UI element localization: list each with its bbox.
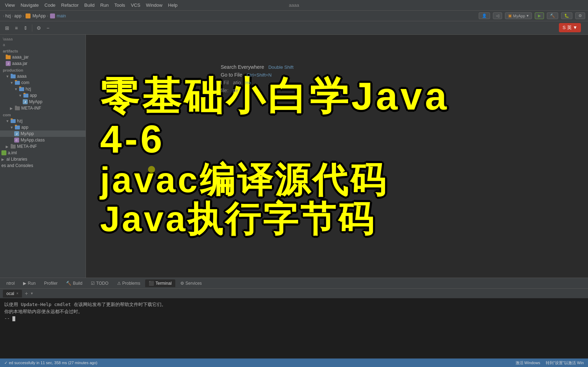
tab-todo[interactable]: ☑ TODO <box>87 279 112 287</box>
tab-services[interactable]: ⚙ Services <box>177 279 205 287</box>
terminal-content[interactable]: 以使用 Update-Help cmdlet 在该网站发布了更新的帮助文件时下载… <box>0 298 588 358</box>
status-right: 激活 Windows 转到"设置"以激活 Win <box>516 360 584 366</box>
menu-help[interactable]: Help <box>166 2 180 9</box>
toolbar-btn-3[interactable]: ⇕ <box>21 24 30 32</box>
menu-bar: View Navigate Code Refactor Build Run To… <box>0 0 588 11</box>
toolbar-settings-icon[interactable]: ⚙ <box>34 24 43 32</box>
activate-windows-text1: 激活 Windows <box>516 360 540 366</box>
java-file2-icon: J <box>14 131 19 136</box>
tab-run[interactable]: ▶ Run <box>20 279 39 287</box>
goto-file-label: Go to File <box>221 72 242 78</box>
local-tab-close[interactable]: × <box>16 291 18 295</box>
tab-run-label: Run <box>28 281 35 286</box>
status-build-text: ed successfully in 11 sec, 358 ms (27 mi… <box>9 361 97 365</box>
run-button[interactable]: ▶ <box>535 12 544 19</box>
terminal-chevron[interactable]: ▾ <box>31 291 33 296</box>
folder-app-icon <box>23 94 28 98</box>
status-build-result: ✓ ed successfully in 11 sec, 358 ms (27 … <box>4 361 97 365</box>
tree-myapp2[interactable]: J MyApp <box>0 130 86 137</box>
folder-icon-aaaa-jar <box>6 55 11 59</box>
tree-aaaa-jar-file-label: aaaa.jar <box>12 61 27 66</box>
bottom-tabs-bar: ntrol ▶ Run Profiler 🔨 Build ☑ TODO ⚠ Pr… <box>0 278 588 288</box>
menu-tools[interactable]: Tools <box>112 2 127 9</box>
term-line-1: 以使用 Update-Help cmdlet 在该网站发布了更新的帮助文件时下载… <box>4 301 584 308</box>
bc-main[interactable]: main <box>57 13 66 18</box>
menu-build[interactable]: Build <box>82 2 97 9</box>
menu-window[interactable]: Window <box>144 2 164 9</box>
menu-code[interactable]: Code <box>42 2 57 9</box>
folder-meta-icon <box>15 106 20 110</box>
bc-hzj[interactable]: hzj <box>5 13 11 18</box>
terminal-sub-tabs: ocal × + ▾ <box>0 288 588 298</box>
iml-file-icon <box>1 150 6 155</box>
tree-app2[interactable]: ▼ app <box>0 124 86 130</box>
main-layout: \aaaa a artifacts aaaa_jar J aaaa.jar pr… <box>0 35 588 278</box>
debug-button[interactable]: 🐛 <box>561 12 572 19</box>
menu-navigate[interactable]: Navigate <box>18 2 41 9</box>
tree-myapp[interactable]: J MyApp <box>0 99 86 105</box>
tree-aaaa-jar-file[interactable]: J aaaa.jar <box>0 60 86 67</box>
tree-aaaa[interactable]: ▼ aaaa <box>0 73 86 79</box>
tab-build[interactable]: 🔨 Build <box>62 279 86 287</box>
overlay-line2: 4-6 <box>100 117 165 160</box>
toolbar-btn-1[interactable]: ⊞ <box>3 24 11 32</box>
java-file-icon: J <box>23 99 28 104</box>
toolbar-minus-icon[interactable]: − <box>44 24 52 32</box>
undo-button[interactable]: ◁ <box>493 12 502 19</box>
search-row3-shortcut[interactable]: Ho <box>245 80 251 85</box>
breadcrumb-sep4: › <box>47 13 48 18</box>
goto-file-shortcut[interactable]: Ctrl+Shift+N <box>247 72 272 78</box>
menu-run[interactable]: Run <box>98 2 111 9</box>
problems-icon: ⚠ <box>117 281 121 286</box>
settings-button[interactable]: ⚙ <box>575 12 585 19</box>
production-label: production <box>0 67 86 73</box>
activate-windows-text2: 转到"设置"以激活 Win <box>546 360 584 366</box>
tree-hzj[interactable]: ▼ hzj <box>0 86 86 92</box>
search-row-4: file: pe <box>221 87 293 94</box>
search-row-1: Search Everywhere Double Shift <box>221 63 293 71</box>
tree-ext-lib[interactable]: ▶ al Libraries <box>0 156 86 162</box>
tab-profiler[interactable]: Profiler <box>40 279 61 287</box>
tab-control[interactable]: ntrol <box>3 279 18 287</box>
tree-a-iml[interactable]: a.iml <box>0 150 86 156</box>
new-terminal-button[interactable]: + <box>23 290 29 297</box>
search-everywhere-shortcut[interactable]: Double Shift <box>268 65 293 70</box>
tree-aaaa-jar-folder[interactable]: aaaa_jar <box>0 54 86 60</box>
profile-button[interactable]: 👤 <box>479 12 490 19</box>
tree-myapp-class-label: MyApp.class <box>21 138 45 143</box>
bc-app[interactable]: app <box>14 13 21 18</box>
overlay-text: 零基础小白学Java 4-6 javac编译源代码 Java执行字节码 <box>86 35 588 278</box>
tree-problems-consoles[interactable]: es and Consoles <box>0 162 86 169</box>
tree-myapp-class[interactable]: C MyApp.class <box>0 137 86 143</box>
tree-meta-inf[interactable]: ▶ META-INF <box>0 105 86 111</box>
toolbar-btn-2[interactable]: ≡ <box>12 24 21 32</box>
bc-main-icon <box>50 13 55 18</box>
bottom-section: ntrol ▶ Run Profiler 🔨 Build ☑ TODO ⚠ Pr… <box>0 278 588 367</box>
menu-view[interactable]: View <box>3 2 17 9</box>
tree-hzj-label: hzj <box>26 87 31 91</box>
tree-hzj2[interactable]: ▼ hzj <box>0 118 86 124</box>
local-tab[interactable]: ocal × <box>3 290 22 298</box>
menu-vcs[interactable]: VCS <box>129 2 143 9</box>
editor-area: 零基础小白学Java 4-6 javac编译源代码 Java执行字节码 Sear… <box>86 35 588 278</box>
menu-refactor[interactable]: Refactor <box>59 2 81 9</box>
build-icon: 🔨 <box>66 281 71 286</box>
app-name: aaaa <box>289 2 299 8</box>
tree-app[interactable]: ▼ app <box>0 92 86 99</box>
chevron-app2: ▼ <box>10 126 13 129</box>
tree-myapp-label: MyApp <box>29 99 42 104</box>
status-bar: ✓ ed successfully in 11 sec, 358 ms (27 … <box>0 358 588 367</box>
build-button[interactable]: 🔨 <box>547 12 558 19</box>
run-config-button[interactable]: ▣ MyApp ▾ <box>505 12 532 19</box>
profile-icon: 👤 <box>482 13 487 18</box>
tab-problems-label: Problems <box>122 281 141 286</box>
tab-problems[interactable]: ⚠ Problems <box>114 279 144 287</box>
toolbar-sep-1 <box>32 24 32 32</box>
tree-meta-inf2[interactable]: ▶ META-INF <box>0 143 86 150</box>
tree-path-1: \aaaa <box>0 36 86 42</box>
ext-lib-label: al Libraries <box>6 157 27 162</box>
translator-widget[interactable]: S 英 ▼ <box>559 23 581 32</box>
tree-com[interactable]: ▼ com <box>0 79 86 86</box>
tab-terminal[interactable]: ⬛ Terminal <box>145 279 175 287</box>
bc-myapp[interactable]: MyApp <box>32 13 45 18</box>
